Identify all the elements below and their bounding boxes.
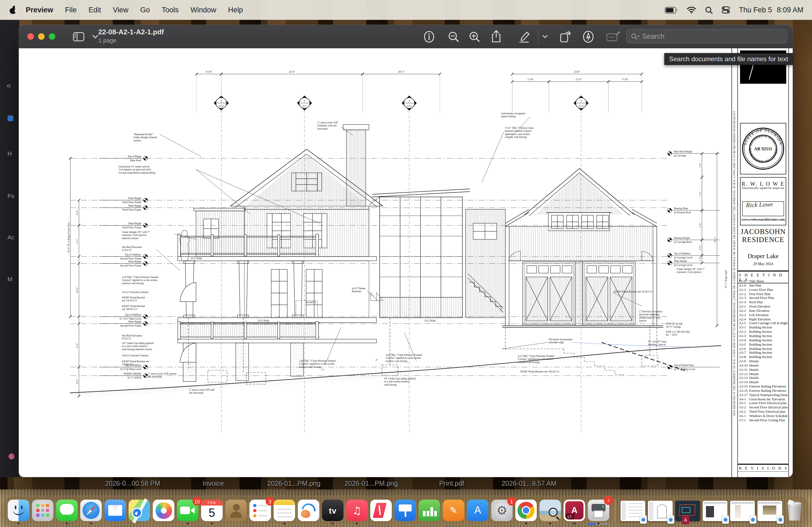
sheet-index-row: A3-1Building Section: [739, 326, 788, 330]
control-center-icon[interactable]: [722, 6, 730, 13]
dock-preview-icon[interactable]: [539, 500, 561, 521]
apple-menu-icon[interactable]: [10, 6, 17, 14]
dock-keynote-icon[interactable]: [394, 500, 416, 521]
dock-safari-icon[interactable]: [80, 500, 102, 521]
svg-text:exterior wall furring: exterior wall furring: [518, 361, 539, 364]
search-tooltip: Search documents and file names for text: [664, 53, 793, 65]
running-indicator: [332, 523, 334, 524]
close-button[interactable]: [27, 33, 34, 40]
svg-text:Top of Subfloor: Top of Subfloor: [125, 313, 142, 316]
dock-news-icon[interactable]: [370, 500, 392, 521]
minimized-window-web-fashion[interactable]: [730, 501, 755, 521]
sheet-index-row: A1-3Second Floor Plan: [739, 296, 788, 300]
wifi-icon[interactable]: [687, 6, 696, 13]
pdf-page[interactable]: Top of RidgeMain RoofPlate HeightThird F…: [19, 48, 793, 477]
svg-text:plywood sheathing: plywood sheathing: [639, 313, 659, 316]
dock-photos-icon[interactable]: [153, 500, 174, 521]
menu-item-edit[interactable]: Edit: [83, 6, 107, 14]
svg-text:G/A3-15: G/A3-15: [122, 249, 132, 252]
minimized-window-cad[interactable]: A: [675, 501, 700, 521]
svg-text:A3-6: A3-6: [407, 105, 412, 107]
sidebar-toggle-button[interactable]: [70, 29, 86, 44]
project-location: Draper Lake: [738, 253, 788, 259]
background-window-sliver[interactable]: « HFoAcM: [0, 20, 19, 477]
menu-item-window[interactable]: Window: [185, 6, 222, 14]
dock-contacts-icon[interactable]: [225, 500, 247, 521]
svg-text:ice and watershield waterproof: ice and watershield waterproofing: [119, 171, 155, 174]
markup-button[interactable]: [516, 29, 532, 44]
dock-mail-icon[interactable]: [104, 500, 126, 521]
fill-sign-button[interactable]: [605, 29, 621, 44]
title-block-side-note: THIS DRAWING IS THE PROPERTY OF R.W. LOW…: [732, 48, 737, 477]
sheet-index-row: A3-2Building Section: [739, 330, 788, 334]
dock-autocad-icon[interactable]: ALT: [564, 500, 585, 521]
menu-item-help[interactable]: Help: [222, 6, 249, 14]
draw-button[interactable]: [580, 29, 596, 44]
dock-reminders-icon[interactable]: 3: [249, 500, 271, 521]
window-titlebar[interactable]: 22-08-A2-1-A2-1.pdf 1 page: [19, 25, 793, 49]
dock-settings-icon[interactable]: ⚙1: [491, 500, 512, 521]
sheet-index-row: A1-0Site Plan: [739, 283, 788, 288]
app-mini-badge: [777, 515, 784, 524]
minimized-window-drawing2[interactable]: [648, 501, 673, 521]
sheet-index-row: A3-11Details: [739, 367, 788, 372]
minimized-window-web-house[interactable]: [757, 501, 782, 521]
zoom-button[interactable]: [49, 33, 55, 40]
minimized-window-drawing1[interactable]: [621, 501, 645, 521]
minimized-window-web-dark[interactable]: [703, 501, 727, 521]
dock-printer-icon[interactable]: [588, 500, 609, 521]
share-button[interactable]: [488, 29, 504, 44]
dock-chrome-icon[interactable]: [515, 500, 537, 521]
svg-text:applied to a rain screen: applied to a rain screen: [505, 133, 530, 136]
svg-text:1x8 T&G "Clear Pressure Treate: 1x8 T&G "Clear Pressure Treated: [299, 359, 336, 362]
svg-text:22'-0": 22'-0": [289, 70, 295, 73]
search-input[interactable]: Search: [626, 29, 787, 44]
page-count: 1 page: [98, 36, 164, 44]
dock-notes-icon[interactable]: [274, 500, 295, 521]
dock-facetime-icon[interactable]: 10: [177, 500, 199, 521]
markup-chevron-icon[interactable]: [537, 29, 553, 44]
svg-text:exterior wall furring: exterior wall furring: [386, 360, 407, 362]
svg-text:25: 25: [375, 359, 378, 361]
battery-icon[interactable]: [665, 7, 678, 13]
menu-item-tools[interactable]: Tools: [156, 6, 185, 14]
dock-freeform-icon[interactable]: [298, 500, 319, 521]
svg-text:8'-0": 8'-0": [76, 379, 78, 384]
menu-item-go[interactable]: Go: [134, 6, 156, 14]
info-button[interactable]: [421, 29, 437, 44]
trash-icon[interactable]: [785, 500, 804, 521]
menubar-date: Thu Feb 5: [739, 6, 772, 14]
sheet-index-row: A3-5Building Section: [739, 342, 788, 346]
running-indicator: [525, 523, 527, 524]
signature-note: Electronically signed for single use: [741, 186, 786, 190]
svg-text:2" Durrock to replace: 2" Durrock to replace: [639, 310, 663, 313]
dock-launchpad-icon[interactable]: [32, 500, 54, 521]
minimize-button[interactable]: [38, 33, 45, 40]
zoom-in-button[interactable]: [466, 29, 482, 44]
dock-numbers-icon[interactable]: [419, 500, 440, 521]
svg-text:Plate Height: Plate Height: [128, 260, 141, 263]
menu-item-view[interactable]: View: [107, 6, 134, 14]
svg-text:@ Carriage Level: @ Carriage Level: [674, 256, 693, 259]
dock-finder-icon[interactable]: [8, 500, 29, 521]
svg-text:to a rain screen exterior: to a rain screen exterior: [122, 345, 147, 347]
menu-item-file[interactable]: File: [59, 6, 83, 14]
menu-item-preview[interactable]: Preview: [20, 6, 59, 14]
dock-messages-icon[interactable]: [56, 500, 77, 521]
rotate-button[interactable]: [557, 29, 574, 44]
svg-text:Max Roof Height: Max Roof Height: [674, 150, 692, 153]
dock-calendar-icon[interactable]: FEB5: [201, 500, 222, 521]
svg-text:KDAT Wood Bracket: KDAT Wood Bracket: [122, 304, 145, 307]
spotlight-icon[interactable]: [705, 6, 713, 14]
running-indicator: [187, 523, 189, 524]
zoom-out-button[interactable]: [445, 29, 461, 44]
dock-appletv-icon[interactable]: tv: [322, 500, 344, 521]
dock-pages-icon[interactable]: ✎: [443, 500, 464, 521]
menubar-clock[interactable]: Thu Feb 5 8:09 AM: [739, 6, 803, 14]
dock-maps-icon[interactable]: [129, 500, 150, 521]
svg-text:Third Floor Frame: Third Floor Frame: [122, 201, 141, 204]
dock-appstore-icon[interactable]: A: [467, 500, 489, 521]
desktop-file-label[interactable]: 2026-01...9.57 AM: [478, 480, 580, 487]
dock-music-icon[interactable]: ♫: [346, 500, 367, 521]
svg-text:exterior wall furring: exterior wall furring: [299, 365, 321, 368]
